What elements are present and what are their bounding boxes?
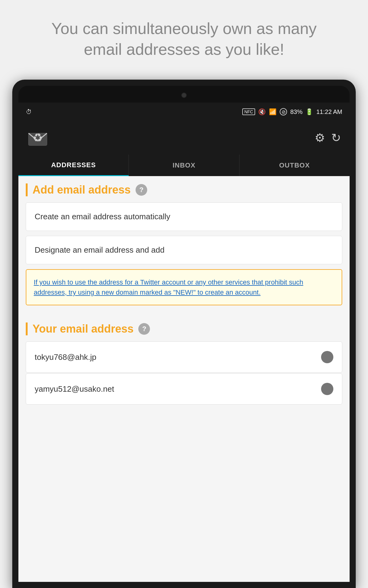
device-frame: ⏱ NFC 🔇 📶 ⊘ 83% 🔋 11:22 AM bbox=[12, 80, 356, 588]
app-logo: ♻ bbox=[27, 127, 48, 149]
tab-bar: ADDRESSES INBOX OUTBOX bbox=[18, 155, 350, 176]
your-help-icon[interactable]: ? bbox=[138, 323, 150, 335]
email-address-2: yamyu512@usako.net bbox=[35, 384, 114, 394]
device-inner: ⏱ NFC 🔇 📶 ⊘ 83% 🔋 11:22 AM bbox=[18, 86, 350, 582]
dnd-icon: ⊘ bbox=[280, 108, 287, 115]
add-email-section: Add email address ? Create an email addr… bbox=[18, 176, 350, 315]
designate-button[interactable]: Designate an email address and add bbox=[26, 236, 342, 264]
wifi-icon: 📶 bbox=[269, 108, 277, 115]
add-section-title: Add email address bbox=[33, 183, 131, 196]
battery-icon: 🔋 bbox=[305, 108, 313, 115]
add-section-header: Add email address ? bbox=[26, 183, 342, 196]
svg-text:♻: ♻ bbox=[33, 131, 43, 144]
nfc-icon: NFC bbox=[242, 108, 255, 115]
create-auto-button[interactable]: Create an email address automatically bbox=[26, 202, 342, 231]
tab-inbox[interactable]: INBOX bbox=[129, 155, 239, 176]
camera bbox=[181, 92, 187, 98]
email-dot-2 bbox=[321, 383, 333, 395]
status-bar: ⏱ NFC 🔇 📶 ⊘ 83% 🔋 11:22 AM bbox=[18, 103, 350, 121]
email-item-1[interactable]: tokyu768@ahk.jp bbox=[26, 341, 342, 373]
your-section-title: Your email address bbox=[33, 322, 133, 335]
your-email-section: Your email address ? tokyu768@ahk.jp yam… bbox=[18, 315, 350, 410]
add-help-icon[interactable]: ? bbox=[136, 184, 147, 196]
alarm-icon: ⏱ bbox=[26, 108, 32, 115]
email-item-2[interactable]: yamyu512@usako.net bbox=[26, 373, 342, 405]
warning-box: If you wish to use the address for a Twi… bbox=[26, 269, 342, 305]
mute-icon: 🔇 bbox=[258, 108, 266, 115]
your-section-header: Your email address ? bbox=[26, 322, 342, 335]
promo-text: You can simultaneously own as many email… bbox=[0, 0, 368, 72]
tab-addresses[interactable]: ADDRESSES bbox=[18, 155, 129, 176]
tab-outbox[interactable]: OUTBOX bbox=[240, 155, 350, 176]
email-dot-1 bbox=[321, 351, 333, 363]
email-address-1: tokyu768@ahk.jp bbox=[35, 352, 96, 362]
status-right-icons: NFC 🔇 📶 ⊘ 83% 🔋 11:22 AM bbox=[242, 108, 342, 115]
app-bar: ♻ ⚙ ↻ bbox=[18, 121, 350, 155]
warning-text: If you wish to use the address for a Twi… bbox=[34, 278, 303, 296]
screen-content: Add email address ? Create an email addr… bbox=[18, 176, 350, 582]
app-bar-actions: ⚙ ↻ bbox=[315, 131, 341, 145]
settings-icon[interactable]: ⚙ bbox=[315, 131, 325, 145]
time-display: 11:22 AM bbox=[316, 108, 342, 115]
status-left-icons: ⏱ bbox=[26, 108, 32, 115]
battery-percent: 83% bbox=[290, 108, 302, 115]
refresh-icon[interactable]: ↻ bbox=[331, 131, 341, 145]
